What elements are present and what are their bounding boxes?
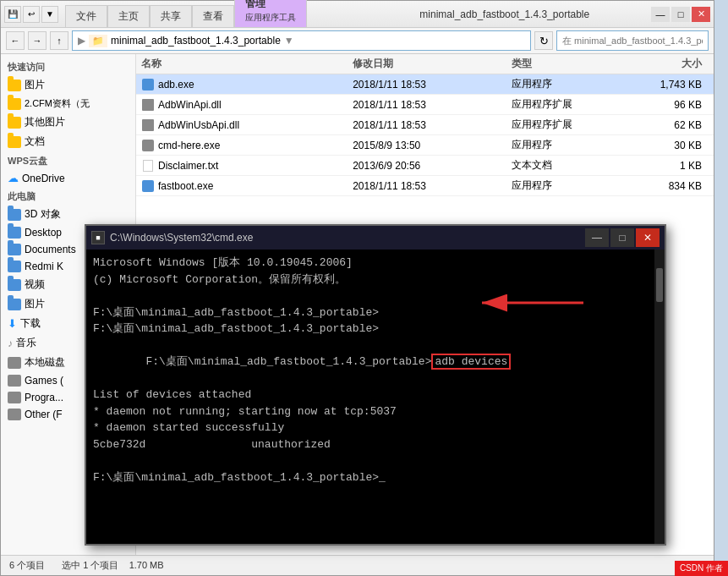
address-path[interactable]: ▶ 📁 minimal_adb_fastboot_1.4.3_portable … (72, 30, 531, 51)
cmd-line: * daemon not running; starting now at tc… (93, 403, 648, 420)
sidebar-section-quickaccess: 快速访问 (1, 58, 135, 75)
cmd-title-bar: ■ C:\Windows\System32\cmd.exe — □ ✕ (86, 226, 665, 250)
sidebar-section-thispc: 此电脑 (1, 187, 135, 205)
drive-icon (8, 409, 21, 420)
cmd-minimize-button[interactable]: — (585, 228, 609, 247)
folder-icon (8, 244, 21, 255)
col-name-header[interactable]: 名称 (141, 57, 353, 71)
selected-info: 选中 1 个项目 1.70 MB (62, 559, 163, 572)
sidebar-item-onedrive[interactable]: ☁ OneDrive (1, 169, 135, 187)
tab-share[interactable]: 共享 (150, 5, 192, 27)
folder-icon (8, 80, 21, 91)
tab-app-tools[interactable]: 管理 应用程序工具 (234, 0, 307, 27)
quick-access-toolbar[interactable]: 💾 (4, 6, 21, 23)
maximize-button[interactable]: □ (671, 7, 690, 22)
col-type-header[interactable]: 类型 (512, 57, 617, 71)
window-controls: — □ ✕ (651, 7, 710, 22)
exe-icon (141, 78, 155, 91)
txt-icon (141, 159, 155, 173)
folder-icon (8, 279, 21, 291)
col-date-header[interactable]: 修改日期 (353, 57, 512, 71)
tab-home[interactable]: 主页 (107, 5, 150, 27)
cmd-body[interactable]: Microsoft Windows [版本 10.0.19045.2006] (… (86, 250, 654, 544)
music-icon: ♪ (8, 337, 13, 349)
file-list-header: 名称 修改日期 类型 大小 (136, 54, 714, 74)
folder-icon (8, 227, 21, 239)
address-bar: ← → ↑ ▶ 📁 minimal_adb_fastboot_1.4.3_por… (1, 28, 714, 54)
cmd-line: List of devices attached (93, 387, 648, 403)
cmd-prompt1: F:\桌面\minimal_adb_fastboot_1.4.3_portabl… (93, 304, 648, 321)
drive-icon (8, 392, 21, 403)
cmd-scrollbar[interactable] (654, 250, 665, 544)
folder-icon (8, 117, 21, 129)
minimize-button[interactable]: — (651, 7, 670, 22)
cmd-line: * daemon started successfully (93, 420, 648, 436)
folder-icon (8, 261, 21, 272)
up-button[interactable]: ↑ (50, 31, 68, 50)
cmd-line (93, 453, 648, 469)
file-row[interactable]: AdbWinUsbApi.dll 2018/1/11 18:53 应用程序扩展 … (136, 115, 714, 135)
window-title: minimal_adb_fastboot_1.4.3_portable (359, 8, 652, 20)
cmd-controls: — □ ✕ (585, 228, 660, 247)
cmd-line: (c) Microsoft Corporation。保留所有权利。 (93, 272, 648, 288)
cmd-window: ■ C:\Windows\System32\cmd.exe — □ ✕ Micr… (85, 224, 666, 546)
drive-icon (8, 375, 21, 387)
sidebar-item-pictures[interactable]: 图片 (1, 75, 135, 95)
cmd-line: 5cbe732d unauthorized (93, 436, 648, 453)
file-row[interactable]: adb.exe 2018/1/11 18:53 应用程序 1,743 KB (136, 74, 714, 95)
dll-icon (141, 118, 155, 132)
cmd-highlight-box: adb devices (431, 354, 511, 370)
col-size-header[interactable]: 大小 (617, 57, 709, 71)
cmd-close-button[interactable]: ✕ (636, 228, 660, 247)
scroll-thumb[interactable] (656, 268, 663, 302)
cmd-prompt2: F:\桌面\minimal_adb_fastboot_1.4.3_portabl… (93, 321, 648, 337)
download-icon: ⬇ (8, 317, 17, 330)
folder-icon (8, 136, 21, 148)
exe-icon (141, 179, 155, 193)
folder-icon (8, 209, 21, 221)
tab-file[interactable]: 文件 (65, 5, 107, 27)
file-row[interactable]: cmd-here.exe 2015/8/9 13:50 应用程序 30 KB (136, 135, 714, 156)
cmd-prompt4: F:\桌面\minimal_adb_fastboot_1.4.3_portabl… (93, 469, 648, 486)
cmd-title-text: C:\Windows\System32\cmd.exe (110, 232, 580, 244)
title-bar: 💾 ↩ ▼ 文件 主页 共享 查看 管理 应用程序工具 minimal_adb_… (1, 1, 714, 28)
file-row[interactable]: Disclaimer.txt 2013/6/9 20:56 文本文档 1 KB (136, 156, 714, 176)
folder-icon (8, 98, 21, 110)
sidebar-section-wps: WPS云盘 (1, 151, 135, 169)
back-button[interactable]: ← (6, 31, 25, 50)
exe-icon (141, 139, 155, 152)
sidebar-item-documents[interactable]: 文档 (1, 132, 135, 151)
drive-icon (8, 357, 21, 369)
sidebar-item-3d[interactable]: 3D 对象 (1, 205, 135, 224)
close-button[interactable]: ✕ (692, 7, 710, 22)
sidebar-item-otherpictures[interactable]: 其他图片 (1, 112, 135, 132)
cloud-icon: ☁ (8, 172, 19, 184)
file-row[interactable]: fastboot.exe 2018/1/11 18:53 应用程序 834 KB (136, 176, 714, 196)
file-row[interactable]: AdbWinApi.dll 2018/1/11 18:53 应用程序扩展 96 … (136, 95, 714, 115)
sidebar-item-cfm[interactable]: 2.CFM资料（无 (1, 95, 135, 112)
undo-btn[interactable]: ↩ (23, 6, 40, 23)
refresh-button[interactable]: ↻ (534, 31, 553, 50)
cmd-maximize-button[interactable]: □ (610, 228, 634, 247)
tab-view[interactable]: 查看 (192, 5, 234, 27)
cmd-line: Microsoft Windows [版本 10.0.19045.2006] (93, 255, 648, 272)
folder-icon (8, 299, 21, 310)
title-bar-left: 💾 ↩ ▼ (4, 6, 58, 23)
status-bar: 6 个项目 选中 1 个项目 1.70 MB (1, 555, 714, 575)
search-input[interactable] (556, 30, 709, 51)
ribbon-tabs: 文件 主页 共享 查看 管理 应用程序工具 (65, 1, 359, 27)
properties-btn[interactable]: ▼ (41, 6, 58, 23)
cmd-line (93, 288, 648, 304)
cmd-prompt3: F:\桌面\minimal_adb_fastboot_1.4.3_portabl… (93, 337, 648, 387)
forward-button[interactable]: → (28, 31, 47, 50)
item-count: 6 个项目 (9, 559, 45, 572)
dll-icon (141, 98, 155, 112)
csdn-badge: CSDN 作者 (675, 561, 728, 576)
cmd-app-icon: ■ (91, 231, 105, 244)
